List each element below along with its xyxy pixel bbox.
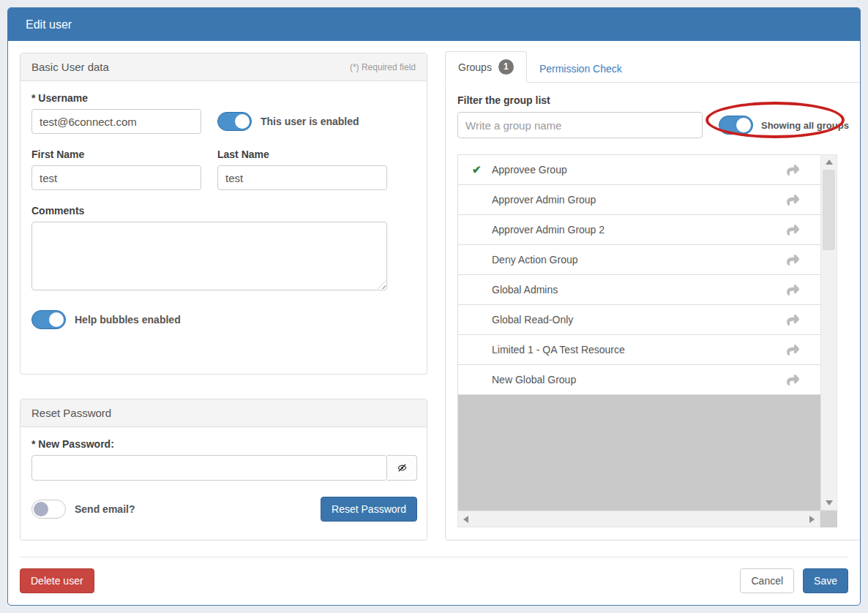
scroll-down-arrow-icon[interactable] bbox=[826, 500, 833, 505]
group-row[interactable]: ✔Approvee Group bbox=[458, 155, 820, 185]
share-arrow-icon[interactable] bbox=[787, 315, 799, 326]
first-name-input[interactable] bbox=[31, 165, 201, 190]
modal-body: Basic User data (*) Required field * Use… bbox=[8, 41, 860, 557]
send-email-label: Send email? bbox=[75, 503, 135, 515]
group-row[interactable]: Global Read-Only bbox=[458, 305, 820, 335]
share-arrow-icon[interactable] bbox=[787, 195, 799, 206]
cancel-button[interactable]: Cancel bbox=[740, 568, 794, 593]
user-enabled-toggle[interactable] bbox=[217, 112, 252, 131]
vertical-scrollbar[interactable] bbox=[820, 154, 837, 511]
horizontal-scrollbar[interactable] bbox=[457, 511, 820, 527]
last-name-label: Last Name bbox=[217, 148, 387, 160]
group-name: Global Admins bbox=[492, 284, 787, 296]
filter-group-list-label: Filter the group list bbox=[457, 94, 849, 106]
save-button[interactable]: Save bbox=[803, 568, 848, 593]
comments-textarea[interactable] bbox=[31, 222, 387, 290]
basic-panel-body: * Username This user is enabled First Na… bbox=[20, 81, 427, 340]
member-check-icon: ✔ bbox=[472, 163, 492, 176]
reset-panel-heading: Reset Password bbox=[20, 399, 427, 427]
modal-footer: Delete user Cancel Save bbox=[20, 557, 848, 605]
send-email-toggle[interactable] bbox=[31, 500, 66, 519]
tab-groups[interactable]: Groups 1 bbox=[445, 51, 527, 83]
tab-groups-label: Groups bbox=[458, 61, 492, 73]
modal-header: Edit user bbox=[8, 8, 860, 41]
scroll-up-arrow-icon[interactable] bbox=[826, 159, 833, 165]
share-arrow-glyph bbox=[787, 315, 799, 326]
toggle-knob bbox=[34, 502, 48, 516]
group-row[interactable]: Global Admins bbox=[458, 275, 820, 305]
last-name-field-group: Last Name bbox=[217, 148, 387, 190]
basic-panel-heading: Basic User data (*) Required field bbox=[20, 53, 427, 81]
toggle-knob bbox=[736, 118, 751, 132]
delete-user-button[interactable]: Delete user bbox=[20, 568, 94, 593]
help-bubbles-label: Help bubbles enabled bbox=[75, 314, 181, 326]
reset-password-panel: Reset Password * New Password: bbox=[20, 399, 427, 541]
group-name: Approver Admin Group 2 bbox=[492, 224, 787, 236]
group-filter-input[interactable] bbox=[457, 112, 703, 138]
eye-slash-icon bbox=[396, 462, 408, 473]
tab-permission-check[interactable]: Permission Check bbox=[527, 56, 635, 82]
group-row[interactable]: New Global Group bbox=[458, 365, 820, 395]
share-arrow-icon[interactable] bbox=[787, 375, 799, 386]
group-name: Limited 1 - QA Test Resource bbox=[492, 344, 787, 356]
share-arrow-icon[interactable] bbox=[787, 225, 799, 236]
filter-row: Showing all groups bbox=[457, 112, 849, 138]
group-row[interactable]: Approver Admin Group 2 bbox=[458, 215, 820, 245]
share-arrow-glyph bbox=[787, 255, 799, 266]
share-arrow-icon[interactable] bbox=[787, 255, 799, 266]
basic-panel-title: Basic User data bbox=[31, 61, 109, 73]
right-column: Groups 1 Permission Check Filter the gro… bbox=[445, 53, 860, 557]
group-name: Approver Admin Group bbox=[492, 194, 787, 206]
scrollbar-corner bbox=[820, 511, 837, 527]
scroll-left-arrow-icon[interactable] bbox=[463, 516, 468, 523]
toggle-knob bbox=[235, 114, 250, 129]
group-name: Approvee Group bbox=[492, 164, 787, 176]
share-arrow-icon[interactable] bbox=[787, 345, 799, 356]
toggle-knob bbox=[49, 312, 64, 327]
comments-label: Comments bbox=[31, 205, 416, 217]
new-password-input[interactable] bbox=[31, 455, 387, 481]
first-name-field-group: First Name bbox=[31, 148, 201, 190]
required-field-note: (*) Required field bbox=[350, 62, 416, 72]
group-name: New Global Group bbox=[492, 374, 787, 386]
share-arrow-glyph bbox=[787, 345, 799, 356]
reset-panel-title: Reset Password bbox=[31, 407, 111, 419]
first-name-label: First Name bbox=[31, 148, 201, 160]
group-row[interactable]: Deny Action Group bbox=[458, 245, 820, 275]
share-arrow-icon[interactable] bbox=[787, 165, 799, 176]
username-label: * Username bbox=[31, 92, 416, 104]
scroll-right-arrow-icon[interactable] bbox=[809, 516, 815, 523]
show-password-button[interactable] bbox=[387, 455, 417, 481]
group-list: ✔Approvee GroupApprover Admin GroupAppro… bbox=[457, 154, 820, 511]
share-arrow-glyph bbox=[787, 375, 799, 386]
share-arrow-glyph bbox=[787, 165, 799, 176]
basic-user-data-panel: Basic User data (*) Required field * Use… bbox=[20, 53, 427, 375]
share-arrow-glyph bbox=[787, 285, 799, 296]
left-column: Basic User data (*) Required field * Use… bbox=[20, 53, 427, 557]
showing-all-groups-toggle[interactable] bbox=[719, 116, 753, 135]
edit-user-modal: Edit user Basic User data (*) Required f… bbox=[7, 7, 861, 606]
group-name: Deny Action Group bbox=[492, 254, 787, 266]
share-arrow-icon[interactable] bbox=[787, 285, 799, 296]
page-background: { "window": { "title": "Edit user" }, "c… bbox=[0, 0, 868, 613]
share-arrow-glyph bbox=[787, 195, 799, 206]
user-enabled-label: This user is enabled bbox=[261, 116, 359, 127]
group-row[interactable]: Approver Admin Group bbox=[458, 185, 820, 215]
groups-count-badge: 1 bbox=[498, 59, 514, 75]
vertical-scrollbar-thumb[interactable] bbox=[823, 170, 835, 250]
modal-title: Edit user bbox=[26, 18, 72, 31]
tab-bar: Groups 1 Permission Check bbox=[445, 53, 860, 82]
help-bubbles-toggle[interactable] bbox=[31, 310, 66, 329]
group-name: Global Read-Only bbox=[492, 314, 787, 326]
last-name-input[interactable] bbox=[217, 165, 387, 190]
showing-all-groups-label: Showing all groups bbox=[761, 120, 849, 131]
new-password-label: * New Password: bbox=[31, 438, 416, 450]
reset-panel-body: * New Password: bbox=[20, 427, 427, 533]
tab-permission-check-label: Permission Check bbox=[539, 63, 622, 75]
group-list-container: ✔Approvee GroupApprover Admin GroupAppro… bbox=[457, 154, 837, 527]
group-row[interactable]: Limited 1 - QA Test Resource bbox=[458, 335, 820, 365]
share-arrow-glyph bbox=[787, 225, 799, 236]
reset-password-button[interactable]: Reset Password bbox=[321, 497, 417, 522]
groups-tab-content: Filter the group list Showing all groups… bbox=[445, 82, 860, 541]
username-input[interactable] bbox=[31, 109, 201, 134]
